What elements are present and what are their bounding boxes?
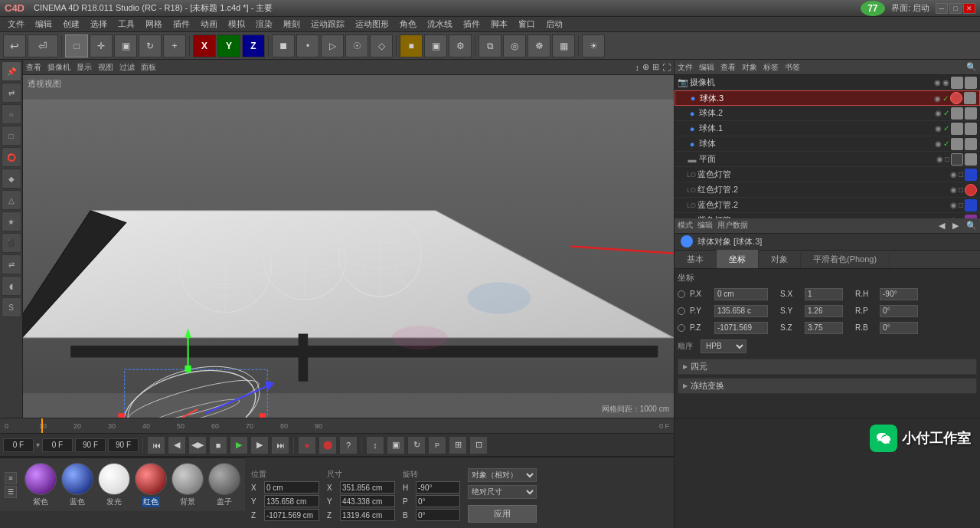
points-button[interactable]: •: [296, 34, 319, 57]
menu-character[interactable]: 角色: [395, 18, 421, 31]
obj-row-bluelight2[interactable]: LO 蓝色灯管.2 ◉ □: [675, 198, 980, 213]
menu-create[interactable]: 创建: [58, 18, 84, 31]
coord-sz-input[interactable]: [340, 509, 395, 521]
coord-z-input[interactable]: [264, 509, 319, 521]
obj-menu-view[interactable]: 查看: [720, 62, 736, 73]
obj-check-s3[interactable]: ✓: [942, 94, 949, 103]
menu-launch[interactable]: 启动: [541, 18, 567, 31]
obj-sp-bl[interactable]: □: [959, 170, 963, 179]
vp-menu-camera[interactable]: 摄像机: [47, 62, 70, 73]
render-region-button[interactable]: ▣: [424, 34, 447, 57]
obj-render-cam[interactable]: ◉: [942, 78, 949, 87]
menu-tools[interactable]: 工具: [113, 18, 139, 31]
obj-row-sphere[interactable]: ● 球体 ◉ ✓: [675, 136, 980, 152]
mat-icon-2[interactable]: ☰: [5, 486, 17, 498]
timeline-ruler[interactable]: 0 10 20 30 40 50 60 70 80 90 0 F: [0, 418, 674, 434]
menu-mesh[interactable]: 网格: [141, 18, 167, 31]
tl-fwd[interactable]: ⏭: [271, 436, 289, 454]
tl-play-rev[interactable]: ◀▶: [188, 436, 207, 454]
light-button[interactable]: ☀: [582, 34, 605, 57]
sidebar-btn-3[interactable]: ○: [2, 104, 21, 124]
props-search-icon[interactable]: 🔍: [966, 221, 977, 231]
obj-visible-cam[interactable]: ◉: [934, 78, 941, 87]
move-tool-button[interactable]: ✛: [90, 34, 113, 57]
obj-vis-pl[interactable]: ◉: [936, 155, 943, 163]
coord-unit-select[interactable]: 绝对尺寸: [468, 485, 537, 499]
obj-sp-bl2[interactable]: □: [959, 201, 963, 209]
workplane-button[interactable]: ☸: [528, 34, 550, 57]
sidebar-btn-12[interactable]: S: [2, 297, 21, 317]
menu-plugins2[interactable]: 插件: [459, 18, 485, 31]
frame-end[interactable]: [75, 438, 106, 452]
menu-window[interactable]: 窗口: [514, 18, 540, 31]
close-button[interactable]: ✕: [963, 3, 975, 14]
obj-check-s[interactable]: ✓: [943, 139, 949, 148]
frame-max[interactable]: [108, 438, 139, 452]
coord-sx-input[interactable]: [340, 481, 395, 494]
sidebar-btn-11[interactable]: ◖: [2, 276, 21, 296]
view3-button[interactable]: ▦: [552, 34, 575, 57]
sidebar-btn-8[interactable]: ★: [2, 212, 21, 231]
input-rp[interactable]: [880, 305, 918, 317]
props-nav-next[interactable]: ▶: [952, 221, 959, 231]
mat-sphere-cap[interactable]: [208, 463, 240, 495]
input-rh[interactable]: [880, 288, 918, 300]
tl-move-icon[interactable]: ↕: [366, 436, 384, 454]
y-axis-button[interactable]: Y: [217, 34, 240, 57]
props-menu-userdata[interactable]: 用户数据: [717, 220, 748, 231]
sidebar-btn-9[interactable]: ⬛: [2, 233, 21, 253]
tab-basic[interactable]: 基本: [675, 250, 717, 268]
obj-sp-pl[interactable]: □: [945, 155, 949, 163]
collapse-header-freeze[interactable]: ▶ 冻结变换: [678, 378, 977, 394]
mat-sphere-emissive[interactable]: [98, 463, 130, 495]
tl-sel-icon[interactable]: ▣: [387, 436, 405, 454]
obj-vis-bl[interactable]: ◉: [950, 170, 957, 179]
object-tool-button[interactable]: +: [163, 34, 186, 57]
obj-vis-rl2[interactable]: ◉: [950, 185, 957, 194]
maximize-button[interactable]: □: [949, 3, 962, 14]
obj-check-s1[interactable]: ✓: [943, 124, 949, 133]
sidebar-btn-6[interactable]: ◆: [2, 169, 21, 189]
tl-next-key[interactable]: ▶: [250, 436, 269, 454]
sidebar-btn-2[interactable]: ⇄: [2, 83, 21, 103]
input-rb[interactable]: [880, 322, 918, 334]
tl-stop[interactable]: ■: [209, 436, 227, 454]
snap-button[interactable]: ◎: [503, 34, 526, 57]
sidebar-btn-10[interactable]: ⇌: [2, 254, 21, 274]
grid-button[interactable]: ⧉: [479, 34, 501, 57]
frame-start[interactable]: [42, 438, 73, 452]
obj-vis-s2[interactable]: ◉: [935, 109, 942, 117]
coord-y-input[interactable]: [264, 495, 319, 507]
tl-grid-icon[interactable]: ⊞: [449, 436, 467, 454]
menu-script[interactable]: 脚本: [486, 18, 512, 31]
render-button[interactable]: ■: [400, 34, 423, 57]
obj-search-icon[interactable]: 🔍: [966, 62, 977, 72]
mat-sphere-blue[interactable]: [61, 463, 93, 495]
obj-vis-s[interactable]: ◉: [935, 139, 942, 148]
mat-icon-1[interactable]: ≡: [5, 472, 17, 484]
tl-loop-icon[interactable]: ↻: [407, 436, 426, 454]
vp-menu-view2[interactable]: 视图: [98, 62, 113, 73]
nurbs-button[interactable]: ☉: [345, 34, 368, 57]
mat-sphere-purple[interactable]: [24, 463, 57, 495]
vp-menu-display[interactable]: 显示: [77, 62, 92, 73]
props-nav-prev[interactable]: ◀: [939, 221, 945, 231]
obj-row-sphere3[interactable]: ● 球体.3 ◉ ✓: [675, 90, 980, 106]
nav-icon-1[interactable]: ↕: [635, 63, 640, 72]
sidebar-btn-5[interactable]: ⭕: [2, 147, 21, 167]
obj-row-camera[interactable]: 📷 摄像机 ◉ ◉: [675, 75, 980, 90]
obj-vis-s3[interactable]: ◉: [934, 94, 941, 103]
tl-prev-key[interactable]: ◀: [168, 436, 186, 454]
input-py[interactable]: [714, 305, 768, 317]
obj-menu-object[interactable]: 对象: [742, 62, 757, 73]
menu-mograph[interactable]: 运动图形: [351, 18, 394, 31]
props-menu-mode[interactable]: 模式: [678, 220, 693, 231]
obj-menu-file[interactable]: 文件: [678, 62, 693, 73]
input-sy[interactable]: [805, 305, 843, 317]
obj-vis-prl[interactable]: ◉: [950, 216, 957, 218]
vp-menu-view[interactable]: 查看: [26, 62, 41, 73]
input-sx[interactable]: [805, 288, 843, 300]
sidebar-btn-7[interactable]: △: [2, 190, 21, 210]
obj-menu-bookmark[interactable]: 书签: [785, 62, 800, 73]
obj-row-sphere1[interactable]: ● 球体.1 ◉ ✓: [675, 121, 980, 136]
